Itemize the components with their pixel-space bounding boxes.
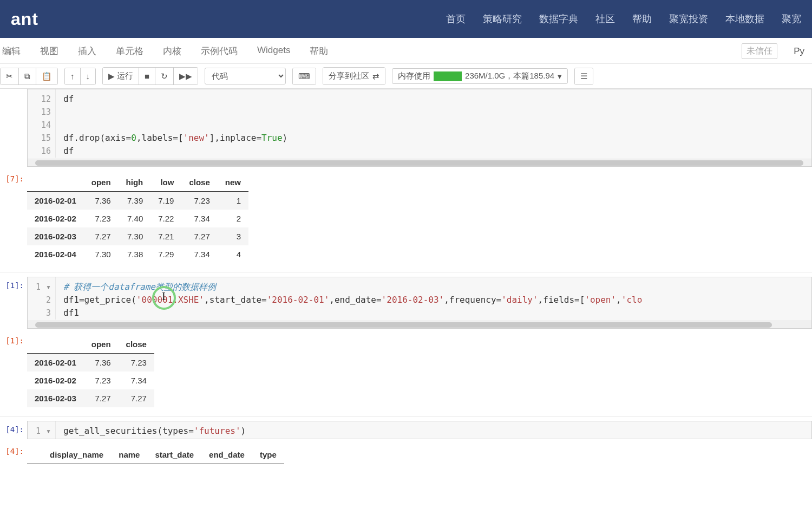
horizontal-scrollbar[interactable] (28, 321, 811, 328)
trust-badge[interactable]: 未信任 (742, 43, 777, 59)
table-row: 2016-02-017.367.397.197.231 (27, 192, 248, 210)
celltype-select[interactable]: 代码 (205, 68, 286, 84)
code-editor[interactable]: 1 ▾ 2 3 # 获得一个dataframe类型的数据样例 df1=get_p… (27, 277, 812, 329)
table-row: 2016-02-017.367.23 (27, 354, 154, 372)
copy-button[interactable]: ⧉ (19, 68, 36, 84)
toolbar: ✂ ⧉ 📋 ↑ ↓ ▶运行 ■ ↻ ▶▶ 代码 ⌨ 分享到社区⇄ 内存使用 23… (0, 64, 812, 89)
code-editor[interactable]: 1 ▾ get_all_securities(types='futures') (27, 421, 812, 439)
line-gutter: 1 ▾ (28, 421, 56, 439)
refresh-icon: ↻ (161, 71, 168, 81)
paste-button[interactable]: 📋 (36, 68, 57, 84)
brand-logo: ant (11, 9, 38, 29)
code-content[interactable]: df df.drop(axis=0,labels=['new'],inplace… (59, 89, 811, 159)
table-row: 2016-02-027.237.34 (27, 372, 154, 389)
menu-cell[interactable]: 单元格 (116, 45, 143, 57)
table-row: 2016-02-047.307.387.297.344 (27, 245, 248, 263)
copy-icon: ⧉ (24, 71, 30, 81)
share-button[interactable]: 分享到社区⇄ (323, 68, 385, 84)
nav-local-data[interactable]: 本地数据 (725, 12, 764, 25)
in-prompt (0, 89, 27, 167)
code-cell[interactable]: 12 13 14 15 16 df df.drop(axis=0,labels=… (0, 89, 812, 167)
line-gutter: 12 13 14 15 16 (28, 89, 56, 158)
table-row: 2016-02-037.277.307.217.273 (27, 227, 248, 245)
dataframe-table: open high low close new 2016-02-017.367.… (27, 173, 248, 263)
code-cell[interactable]: [1]: 1 ▾ 2 3 # 获得一个dataframe类型的数据样例 df1=… (0, 277, 812, 329)
memory-indicator[interactable]: 内存使用 236M/1.0G，本篇185.94 ▾ (392, 68, 568, 84)
horizontal-scrollbar[interactable] (28, 159, 811, 166)
nav-jukuan[interactable]: 聚宽 (782, 12, 801, 25)
dataframe-table: display_name name start_date end_date ty… (27, 446, 284, 464)
output-cell: [1]: open close 2016-02-017.367.23 2016-… (0, 332, 812, 411)
nav-invest[interactable]: 聚宽投资 (669, 12, 708, 25)
list-button[interactable]: ☰ (575, 68, 593, 84)
top-nav: ant 首页 策略研究 数据字典 社区 帮助 聚宽投资 本地数据 聚宽 (0, 0, 812, 38)
code-cell[interactable]: [4]: 1 ▾ get_all_securities(types='futur… (0, 421, 812, 439)
run-all-button[interactable]: ▶▶ (174, 68, 198, 84)
keyboard-icon: ⌨ (298, 71, 310, 81)
run-button[interactable]: ▶运行 (103, 68, 139, 84)
dataframe-table: open close 2016-02-017.367.23 2016-02-02… (27, 335, 154, 407)
command-palette-button[interactable]: ⌨ (293, 68, 316, 84)
in-prompt: [1]: (0, 277, 27, 329)
arrow-up-icon: ↑ (70, 71, 75, 81)
mem-label: 内存使用 (398, 71, 430, 81)
fast-forward-icon: ▶▶ (179, 71, 192, 81)
code-content[interactable]: get_all_securities(types='futures') (59, 421, 811, 439)
notebook-area: 12 13 14 15 16 df df.drop(axis=0,labels=… (0, 89, 812, 467)
paste-icon: 📋 (42, 71, 52, 81)
out-prompt: [1]: (0, 332, 27, 411)
code-editor[interactable]: 12 13 14 15 16 df df.drop(axis=0,labels=… (27, 89, 812, 167)
table-row: 2016-02-037.277.27 (27, 389, 154, 407)
nav-home[interactable]: 首页 (446, 12, 466, 25)
fold-icon[interactable]: ▾ (45, 281, 51, 294)
share-icon: ⇄ (372, 71, 379, 81)
output-cell: [4]: display_name name start_date end_da… (0, 442, 812, 467)
chevron-down-icon: ▾ (558, 71, 562, 81)
play-icon: ▶ (108, 71, 115, 81)
menu-bar: 编辑 视图 插入 单元格 内核 示例代码 Widgets 帮助 未信任 Py (0, 38, 812, 64)
menu-edit[interactable]: 编辑 (2, 45, 21, 57)
move-down-button[interactable]: ↓ (81, 68, 96, 84)
out-prompt: [7]: (0, 170, 27, 266)
nav-help[interactable]: 帮助 (632, 12, 652, 25)
menu-kernel[interactable]: 内核 (163, 45, 181, 57)
stop-icon: ■ (145, 71, 149, 81)
menu-insert[interactable]: 插入 (78, 45, 96, 57)
table-row: 2016-02-027.237.407.227.342 (27, 210, 248, 227)
arrow-down-icon: ↓ (86, 71, 90, 81)
kernel-indicator: Py (794, 46, 804, 57)
mem-text: 236M/1.0G，本篇185.94 (465, 71, 554, 81)
code-content[interactable]: # 获得一个dataframe类型的数据样例 df1=get_price('00… (59, 277, 811, 321)
stop-button[interactable]: ■ (139, 68, 155, 84)
menu-help[interactable]: 帮助 (310, 45, 328, 57)
move-up-button[interactable]: ↑ (65, 68, 81, 84)
menu-widgets[interactable]: Widgets (257, 45, 290, 57)
nav-links: 首页 策略研究 数据字典 社区 帮助 聚宽投资 本地数据 聚宽 (446, 12, 801, 25)
out-prompt: [4]: (0, 442, 27, 467)
output-cell: [7]: open high low close new 2016-02-017… (0, 170, 812, 266)
menu-view[interactable]: 视图 (40, 45, 58, 57)
nav-strategy[interactable]: 策略研究 (483, 12, 522, 25)
menu-example[interactable]: 示例代码 (201, 45, 238, 57)
mem-bar-icon (434, 71, 462, 81)
in-prompt: [4]: (0, 421, 27, 439)
restart-button[interactable]: ↻ (155, 68, 174, 84)
line-gutter: 1 ▾ 2 3 (28, 277, 56, 320)
scissors-icon: ✂ (6, 71, 13, 81)
fold-icon[interactable]: ▾ (45, 425, 51, 438)
list-icon: ☰ (580, 71, 587, 81)
nav-community[interactable]: 社区 (595, 12, 615, 25)
nav-data-dict[interactable]: 数据字典 (539, 12, 578, 25)
cut-button[interactable]: ✂ (1, 68, 19, 84)
